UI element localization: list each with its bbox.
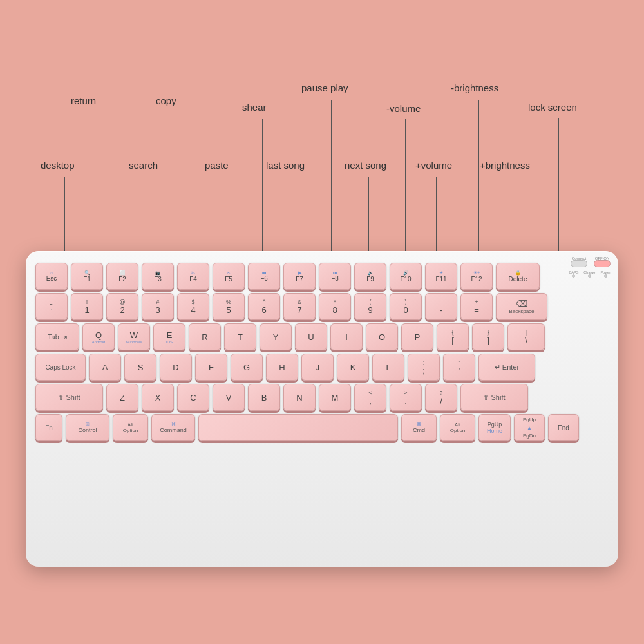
key-9[interactable]: (9 [354,293,386,320]
key-w[interactable]: W Windows [118,323,150,350]
key-delete[interactable]: 🔒 Delete [496,263,540,290]
key-4[interactable]: $4 [177,293,209,320]
key-f9[interactable]: 🔈 F9 [354,263,386,290]
key-b[interactable]: B [248,384,280,411]
key-home[interactable]: PgUp Home [478,414,511,441]
label-return: return [71,95,96,106]
key-backspace[interactable]: ⌫ Backspace [496,293,547,320]
key-0[interactable]: )0 [390,293,422,320]
key-f12[interactable]: ☀+ F12 [460,263,493,290]
key-f4[interactable]: ✄ F4 [177,263,209,290]
key-backtick[interactable]: ~ ` [35,293,68,320]
key-f1[interactable]: 🔍 F1 [71,263,103,290]
key-quote[interactable]: "' [443,354,475,381]
key-h[interactable]: H [266,354,298,381]
keys-area: ⌂ Esc 🔍 F1 ⬜ F2 📷 F3 ✄ F4 ✂ F5 [35,263,612,444]
key-i[interactable]: I [330,323,363,350]
key-shift-left[interactable]: ⇧ Shift [35,384,103,411]
key-m[interactable]: M [319,384,351,411]
key-f[interactable]: F [195,354,227,381]
key-caps-lock[interactable]: Caps Lock [35,354,86,381]
key-8[interactable]: *8 [319,293,351,320]
key-7[interactable]: &7 [283,293,316,320]
label-plus-brightness: +brightness [480,160,530,171]
key-v[interactable]: V [213,384,245,411]
row-bottom: Fn ⊞ Control Alt Option ⌘ Command ⌘ Cmd … [35,414,612,441]
label-last-song: last song [266,160,305,171]
key-slash[interactable]: ?/ [425,384,457,411]
key-z[interactable]: Z [106,384,138,411]
label-minus-brightness: -brightness [451,82,498,93]
key-space[interactable] [198,414,398,441]
key-s[interactable]: S [124,354,156,381]
label-paste: paste [205,160,229,171]
key-3[interactable]: #3 [142,293,174,320]
key-l[interactable]: L [372,354,404,381]
key-5[interactable]: %5 [213,293,245,320]
key-q[interactable]: Q Android [82,323,115,350]
key-u[interactable]: U [295,323,327,350]
key-6[interactable]: ^6 [248,293,280,320]
key-p[interactable]: P [401,323,433,350]
key-alt-left[interactable]: Alt Option [113,414,148,441]
row-asdf: Caps Lock A S D F G H J K L :; "' ↵ Ente… [35,354,612,381]
key-shift-right[interactable]: ⇧ Shift [460,384,528,411]
key-1[interactable]: !1 [71,293,103,320]
label-search: search [129,160,158,171]
key-f11[interactable]: ☀ F11 [425,263,457,290]
key-c[interactable]: C [177,384,209,411]
key-equals[interactable]: += [460,293,493,320]
key-command-right[interactable]: ⌘ Cmd [401,414,437,441]
key-x[interactable]: X [142,384,174,411]
key-pgup[interactable]: PgUp ▲ PgDn [514,414,545,441]
key-comma[interactable]: <, [354,384,386,411]
key-backslash[interactable]: |\ [507,323,545,350]
key-control[interactable]: ⊞ Control [66,414,109,441]
label-copy: copy [156,95,176,106]
label-pause-play: pause play [301,82,348,93]
key-enter[interactable]: ↵ Enter [478,354,535,381]
key-end[interactable]: End [548,414,579,441]
key-d[interactable]: D [160,354,192,381]
key-n[interactable]: N [283,384,316,411]
row-fkeys: ⌂ Esc 🔍 F1 ⬜ F2 📷 F3 ✄ F4 ✂ F5 [35,263,612,290]
key-tab[interactable]: Tab ⇥ [35,323,79,350]
key-g[interactable]: G [231,354,263,381]
key-f3[interactable]: 📷 F3 [142,263,174,290]
key-alt-right[interactable]: Alt Option [440,414,475,441]
key-f5[interactable]: ✂ F5 [213,263,245,290]
key-f10[interactable]: 🔊 F10 [390,263,422,290]
key-y[interactable]: Y [260,323,292,350]
key-t[interactable]: T [224,323,256,350]
label-desktop: desktop [41,160,75,171]
label-plus-volume: +volume [415,160,452,171]
row-qwerty: Tab ⇥ Q Android W Windows E iOS R T Y U … [35,323,612,350]
key-semicolon[interactable]: :; [408,354,440,381]
row-numbers: ~ ` !1 @2 #3 $4 %5 ^6 &7 *8 (9 )0 _- += … [35,293,612,320]
key-lbracket[interactable]: {[ [437,323,469,350]
key-rbracket[interactable]: }] [472,323,504,350]
key-f2[interactable]: ⬜ F2 [106,263,138,290]
key-o[interactable]: O [366,323,398,350]
key-fn[interactable]: Fn [35,414,62,441]
key-esc[interactable]: ⌂ Esc [35,263,68,290]
key-r[interactable]: R [189,323,221,350]
key-e[interactable]: E iOS [153,323,185,350]
label-lock-screen: lock screen [528,102,577,113]
key-f8[interactable]: ⏭ F8 [319,263,351,290]
key-j[interactable]: J [301,354,334,381]
row-zxcv: ⇧ Shift Z X C V B N M <, >. ?/ ⇧ Shift [35,384,612,411]
label-minus-volume: -volume [386,103,421,114]
key-period[interactable]: >. [390,384,422,411]
key-minus[interactable]: _- [425,293,457,320]
key-f6[interactable]: ⏮ F6 [248,263,280,290]
key-2[interactable]: @2 [106,293,138,320]
label-next-song: next song [345,160,386,171]
label-shear: shear [242,102,267,113]
key-a[interactable]: A [89,354,121,381]
key-command-left[interactable]: ⌘ Command [151,414,195,441]
key-f7[interactable]: ▶ F7 [283,263,316,290]
key-k[interactable]: K [337,354,369,381]
diagram-container: return copy shear pause play -volume -br… [0,0,644,644]
